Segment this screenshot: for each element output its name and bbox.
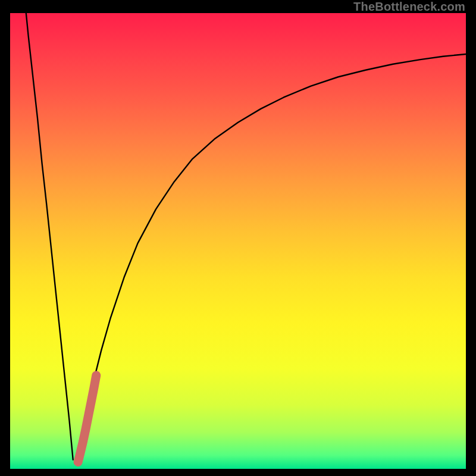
- curves-svg: [10, 13, 466, 469]
- plot-area: [10, 13, 466, 469]
- curve-left-branch: [26, 13, 73, 460]
- curve-accent-segment: [78, 375, 96, 462]
- curve-right-branch: [76, 54, 466, 464]
- watermark-text: TheBottleneck.com: [353, 0, 465, 14]
- chart-frame: TheBottleneck.com: [0, 0, 476, 476]
